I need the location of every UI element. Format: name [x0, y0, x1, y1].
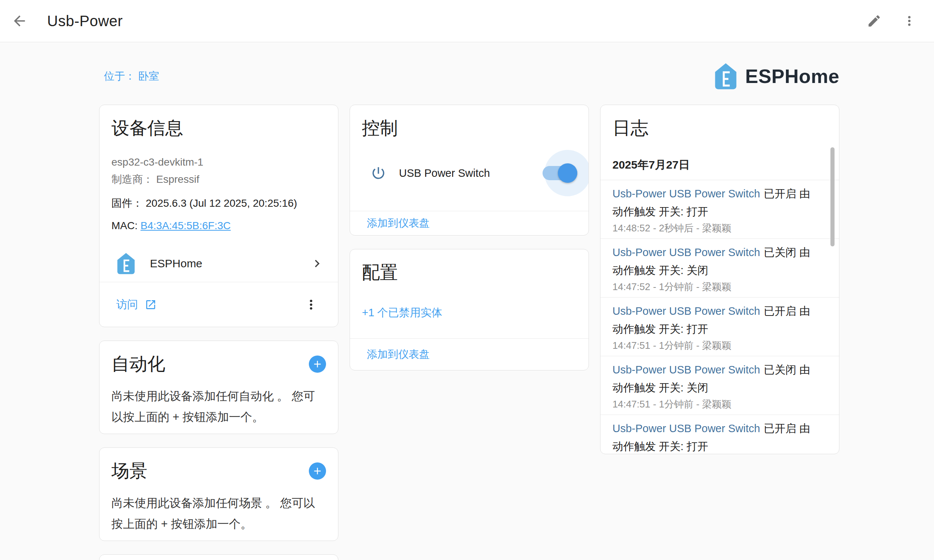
add-automation-button[interactable] — [309, 355, 326, 373]
esphome-brand-name: ESPHome — [745, 65, 839, 88]
integration-name: ESPHome — [150, 257, 202, 270]
plus-icon — [312, 465, 323, 477]
switch-entity-row: USB Power Switch — [350, 155, 589, 191]
logbook-entry: Usb-Power USB Power Switch已开启 由动作触发 开关: … — [600, 415, 839, 454]
esphome-house-icon — [714, 62, 738, 91]
device-info-title: 设备信息 — [100, 105, 338, 140]
disabled-entities-link[interactable]: +1 个已禁用实体 — [362, 305, 577, 320]
external-link-icon — [145, 299, 157, 311]
config-card: 配置 +1 个已禁用实体 添加到仪表盘 — [349, 249, 589, 371]
integration-row-esphome[interactable]: ESPHome — [100, 246, 338, 281]
logbook-entity-link[interactable]: Usb-Power USB Power Switch — [612, 422, 760, 434]
plus-icon — [312, 358, 323, 370]
config-title: 配置 — [350, 249, 589, 285]
logbook-entity-link[interactable]: Usb-Power USB Power Switch — [612, 246, 760, 258]
automations-empty-text: 尚未使用此设备添加任何自动化 。 您可以按上面的 + 按钮添加一个。 — [100, 376, 338, 428]
add-to-dashboard-link-config[interactable]: 添加到仪表盘 — [367, 347, 429, 362]
logbook-entry: Usb-Power USB Power Switch已开启 由动作触发 开关: … — [600, 297, 839, 356]
power-icon — [371, 165, 386, 181]
scenes-card: 场景 尚未使用此设备添加任何场景 。 您可以按上面的 + 按钮添加一个。 — [99, 448, 339, 541]
device-card-menu-button[interactable] — [302, 296, 320, 314]
area-link[interactable]: 位于： 卧室 — [104, 69, 159, 83]
toggle-thumb[interactable] — [558, 163, 577, 183]
device-firmware: 固件： 2025.6.3 (Jul 12 2025, 20:25:16) — [111, 195, 326, 212]
device-info-card: 设备信息 esp32-c3-devkitm-1 制造商： Espressif 固… — [99, 105, 339, 327]
logbook-scrollbar-thumb[interactable] — [831, 147, 834, 246]
kebab-menu-icon — [304, 297, 319, 312]
device-model: esp32-c3-devkitm-1 — [111, 154, 326, 171]
logbook-entry: Usb-Power USB Power Switch已关闭 由动作触发 开关: … — [600, 238, 839, 297]
logbook-title: 日志 — [600, 105, 839, 140]
mac-address-link[interactable]: B4:3A:45:5B:6F:3C — [141, 220, 231, 231]
device-mac: MAC: B4:3A:45:5B:6F:3C — [111, 217, 326, 234]
device-manufacturer: 制造商： Espressif — [111, 171, 326, 188]
kebab-menu-icon — [902, 14, 917, 28]
logbook-entry: Usb-Power USB Power Switch已关闭 由动作触发 开关: … — [600, 356, 839, 415]
esphome-house-icon — [116, 252, 136, 275]
automations-title: 自动化 — [111, 352, 165, 376]
device-page: 位于： 卧室 ESPHome 设备信息 esp32-c3-devkitm-1 制… — [99, 42, 839, 560]
logbook-timestamp: 14:47:51 - 1分钟前 - 梁颖颖 — [612, 398, 820, 410]
logbook-entries: Usb-Power USB Power Switch已开启 由动作触发 开关: … — [600, 180, 839, 454]
edit-device-button[interactable] — [865, 12, 883, 30]
logbook-entry: Usb-Power USB Power Switch已开启 由动作触发 开关: … — [600, 180, 839, 238]
controls-card: 控制 USB Power Switch 添加到仪表盘 — [349, 105, 589, 235]
switch-entity-name: USB Power Switch — [399, 167, 490, 180]
area-label: 位于： — [104, 70, 135, 82]
logbook-date-header: 2025年7月27日 — [612, 157, 827, 172]
logbook-entity-link[interactable]: Usb-Power USB Power Switch — [612, 188, 760, 200]
chevron-right-icon — [309, 256, 325, 271]
add-to-dashboard-link-controls[interactable]: 添加到仪表盘 — [367, 216, 429, 230]
page-title: Usb-Power — [47, 13, 123, 29]
area-name: 卧室 — [138, 70, 159, 82]
overflow-menu-button[interactable] — [900, 12, 918, 30]
next-card-peek — [99, 554, 339, 560]
scenes-empty-text: 尚未使用此设备添加任何场景 。 您可以按上面的 + 按钮添加一个。 — [100, 483, 338, 535]
logbook-timestamp: 14:47:51 - 1分钟前 - 梁颖颖 — [612, 340, 820, 351]
meta-row: 位于： 卧室 ESPHome — [99, 42, 839, 105]
logbook-entity-link[interactable]: Usb-Power USB Power Switch — [612, 364, 760, 376]
visit-device-link[interactable]: 访问 — [116, 297, 157, 312]
back-button[interactable] — [11, 12, 28, 30]
logbook-timestamp: 14:48:52 - 2秒钟后 - 梁颖颖 — [612, 222, 820, 234]
top-app-bar: Usb-Power — [0, 0, 934, 42]
controls-title: 控制 — [350, 105, 589, 140]
logbook-timestamp: 14:47:52 - 1分钟前 - 梁颖颖 — [612, 281, 820, 293]
add-scene-button[interactable] — [309, 462, 326, 480]
automations-card: 自动化 尚未使用此设备添加任何自动化 。 您可以按上面的 + 按钮添加一个。 — [99, 340, 339, 434]
logbook-card: 日志 2025年7月27日 Usb-Power USB Power Switch… — [600, 105, 839, 454]
logbook-entity-link[interactable]: Usb-Power USB Power Switch — [612, 305, 760, 317]
usb-power-toggle[interactable] — [543, 166, 577, 180]
scenes-title: 场景 — [111, 459, 147, 483]
pencil-icon — [867, 14, 882, 28]
esphome-brand: ESPHome — [714, 62, 839, 91]
arrow-left-icon — [11, 13, 28, 29]
